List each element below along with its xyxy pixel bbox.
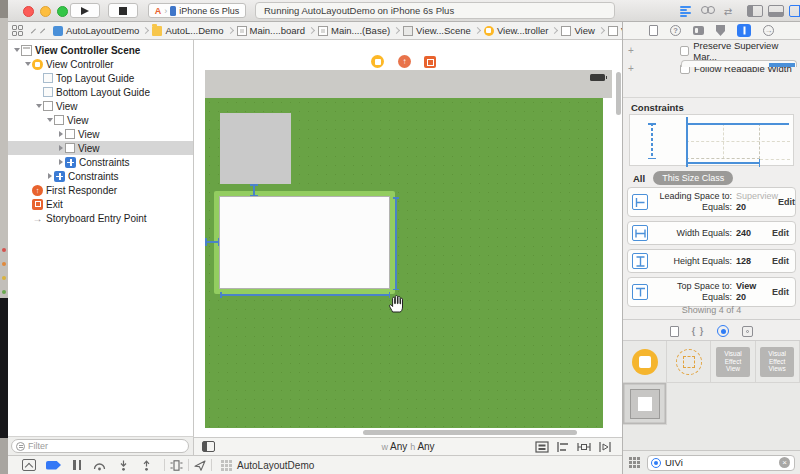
- code-snippet-library-tab[interactable]: { }: [692, 326, 705, 336]
- edit-button[interactable]: Edit: [778, 197, 795, 207]
- library-item-view-object[interactable]: [623, 383, 667, 425]
- toggle-navigator-button[interactable]: [745, 4, 764, 18]
- disclosure-open-icon[interactable]: [34, 104, 43, 108]
- scene-dock-view-controller-icon[interactable]: [371, 55, 384, 68]
- hide-debug-area-button[interactable]: [22, 459, 36, 471]
- file-template-library-tab[interactable]: [670, 326, 679, 337]
- version-editor-button[interactable]: ⇄: [718, 4, 737, 18]
- preserve-superview-margins-checkbox[interactable]: [680, 46, 690, 56]
- outline-row[interactable]: ↑First Responder: [8, 183, 193, 197]
- step-out-button[interactable]: [141, 460, 152, 471]
- constraint-card[interactable]: Leading Space to:SuperviewEquals:20Edit: [627, 187, 796, 217]
- quick-help-inspector-tab[interactable]: ?: [670, 25, 681, 36]
- constraint-height-marker[interactable]: [395, 197, 397, 290]
- outline-row[interactable]: View: [8, 127, 193, 141]
- grid-view-icon[interactable]: [629, 457, 641, 468]
- toggle-debug-area-button[interactable]: [766, 4, 785, 18]
- pin-button[interactable]: [577, 441, 591, 453]
- disclosure-closed-icon[interactable]: [45, 173, 54, 179]
- scheme-selector[interactable]: A › iPhone 6s Plus: [148, 3, 246, 18]
- breadcrumb-item[interactable]: View: [608, 25, 622, 36]
- constraint-card[interactable]: Top Space to:ViewEquals:20Edit: [627, 277, 796, 307]
- close-window-button[interactable]: [23, 6, 34, 17]
- related-items-icon[interactable]: [12, 25, 23, 36]
- scene-dock-first-responder-icon[interactable]: ↑: [398, 55, 411, 68]
- simulate-location-button[interactable]: [194, 460, 206, 471]
- pause-button[interactable]: [73, 460, 81, 470]
- disclosure-open-icon[interactable]: [12, 48, 21, 52]
- constraint-card[interactable]: Width Equals:240Edit: [627, 221, 796, 245]
- attributes-inspector-tab[interactable]: [716, 25, 725, 36]
- debug-process-item[interactable]: AutoLayoutDemo: [221, 460, 314, 471]
- object-library-tab[interactable]: [717, 325, 729, 337]
- filter-this-size-class-button[interactable]: This Size Class: [653, 171, 733, 185]
- breadcrumb-item[interactable]: AutoL...Demo: [152, 25, 223, 36]
- breadcrumb-item[interactable]: Main....(Base): [318, 25, 390, 36]
- outline-row[interactable]: →Storyboard Entry Point: [8, 211, 193, 225]
- disclosure-closed-icon[interactable]: [56, 145, 65, 151]
- outline-row[interactable]: Constraints: [8, 169, 193, 183]
- standard-editor-button[interactable]: [676, 4, 695, 18]
- align-button[interactable]: [556, 441, 570, 453]
- view-controller-screen[interactable]: [205, 70, 612, 428]
- library-item-object-placeholder[interactable]: [667, 341, 711, 383]
- outline-row[interactable]: View: [8, 99, 193, 113]
- filter-all-button[interactable]: All: [633, 173, 645, 184]
- canvas-vertical-scrollbar[interactable]: [616, 72, 621, 115]
- zoom-window-button[interactable]: [57, 6, 68, 17]
- file-inspector-tab[interactable]: [649, 25, 658, 36]
- scene-dock-exit-icon[interactable]: [424, 56, 436, 68]
- disclosure-open-icon[interactable]: [45, 118, 54, 122]
- breadcrumb-item[interactable]: AutoLayoutDemo: [53, 25, 139, 36]
- outline-filter-input[interactable]: [11, 439, 189, 453]
- constraint-vertical-spacing-marker[interactable]: [253, 184, 255, 196]
- step-over-button[interactable]: [93, 460, 106, 471]
- disclosure-open-icon[interactable]: [23, 62, 32, 66]
- selected-white-view[interactable]: [219, 196, 390, 289]
- outline-row[interactable]: View: [8, 141, 193, 155]
- edit-button[interactable]: Edit: [772, 287, 789, 297]
- identity-inspector-tab[interactable]: [693, 26, 704, 35]
- interface-builder-canvas[interactable]: ↑: [194, 40, 622, 437]
- forward-button[interactable]: [40, 28, 45, 33]
- stop-button[interactable]: [108, 3, 138, 18]
- toggle-utilities-button[interactable]: [787, 4, 800, 18]
- add-variation-button[interactable]: +: [628, 45, 638, 56]
- breadcrumb-item[interactable]: View...troller: [484, 25, 549, 36]
- selected-view-highlight[interactable]: [214, 191, 395, 294]
- outline-row[interactable]: View Controller Scene: [8, 43, 193, 57]
- edit-button[interactable]: Edit: [772, 228, 789, 238]
- breadcrumb-item[interactable]: View...Scene: [403, 25, 471, 36]
- library-search-field[interactable]: ×: [647, 455, 795, 471]
- outline-row[interactable]: Top Layout Guide: [8, 71, 193, 85]
- breadcrumb-item[interactable]: Main....board: [237, 25, 305, 36]
- embed-in-stack-button[interactable]: [535, 441, 549, 453]
- disclosure-closed-icon[interactable]: [56, 159, 65, 165]
- root-view-green[interactable]: [205, 98, 603, 428]
- canvas-horizontal-scrollbar[interactable]: [363, 430, 577, 435]
- view-debugger-button[interactable]: [170, 460, 183, 471]
- outline-row[interactable]: Constraints: [8, 155, 193, 169]
- run-button[interactable]: [70, 3, 100, 18]
- breakpoints-toggle-button[interactable]: [46, 461, 61, 470]
- constraint-leading-marker[interactable]: [205, 241, 219, 243]
- connections-inspector-tab[interactable]: →: [763, 25, 774, 36]
- breadcrumb-item[interactable]: View: [561, 25, 594, 36]
- edit-button[interactable]: Edit: [772, 256, 789, 266]
- media-library-tab[interactable]: [742, 326, 753, 337]
- library-item-view-controller-object[interactable]: [623, 341, 667, 383]
- library-search-input[interactable]: [665, 457, 779, 468]
- disclosure-closed-icon[interactable]: [56, 131, 65, 137]
- constraint-width-marker[interactable]: [220, 294, 390, 296]
- outline-row[interactable]: Exit: [8, 197, 193, 211]
- clear-search-icon[interactable]: ×: [779, 457, 790, 468]
- back-button[interactable]: [31, 28, 36, 33]
- minimize-window-button[interactable]: [40, 6, 51, 17]
- outline-row[interactable]: View: [8, 113, 193, 127]
- assistant-editor-button[interactable]: [697, 4, 716, 18]
- resolve-auto-layout-button[interactable]: [598, 441, 612, 453]
- library-item-visual-effect-views[interactable]: Visual Effect Views: [756, 341, 800, 383]
- constraint-card[interactable]: Height Equals:128Edit: [627, 249, 796, 273]
- add-variation-button[interactable]: +: [628, 63, 638, 74]
- step-into-button[interactable]: [118, 460, 129, 471]
